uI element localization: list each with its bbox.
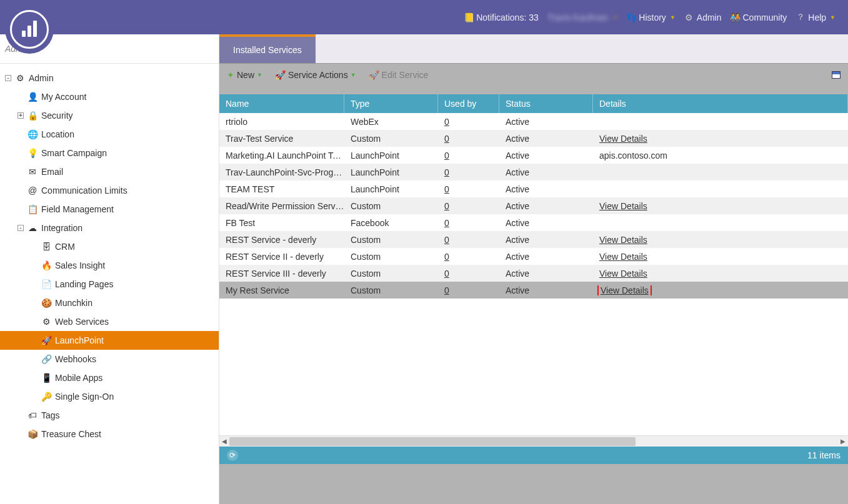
scroll-left-arrow[interactable]: ◀	[219, 437, 229, 447]
sidebar-item-label: Munchkin	[55, 298, 92, 308]
sidebar-item-launchpoint[interactable]: 🚀LaunchPoint	[0, 331, 219, 350]
tab-installed-services[interactable]: Installed Services	[219, 34, 316, 63]
cell-used-by-link[interactable]: 0	[444, 201, 449, 211]
table-row[interactable]: Trav-LaunchPoint-Svc-Prog-I...LaunchPoin…	[219, 164, 848, 180]
collapse-icon[interactable]: -	[5, 75, 11, 81]
cell-used-by-link[interactable]: 0	[444, 117, 449, 127]
refresh-button[interactable]: ⟳	[227, 450, 238, 461]
table-row[interactable]: TEAM TESTLaunchPoint0Active	[219, 180, 848, 197]
chevron-down-icon: ▼	[612, 14, 617, 21]
history-menu[interactable]: 👣 History ▼	[626, 12, 675, 22]
sidebar-item-email[interactable]: ✉Email	[0, 162, 219, 181]
sidebar-item-label: Webhooks	[55, 354, 96, 364]
cell-used-by-link[interactable]: 0	[444, 252, 449, 262]
maximize-button[interactable]	[832, 71, 841, 79]
cell-details-link[interactable]: View Details	[599, 201, 647, 211]
cell-details-link[interactable]: View Details	[599, 269, 647, 279]
cell-used-by-link[interactable]: 0	[444, 235, 449, 245]
spacer-icon	[17, 131, 24, 137]
col-header-details[interactable]: Details	[593, 94, 848, 113]
history-label: History	[639, 12, 666, 22]
sidebar-item-single-sign-on[interactable]: 🔑Single Sign-On	[0, 387, 219, 406]
table-row[interactable]: REST Service II - deverlyCustom0ActiveVi…	[219, 248, 848, 265]
tab-label: Installed Services	[233, 45, 302, 55]
cell-details-link[interactable]: View Details	[599, 235, 647, 245]
service-actions-button[interactable]: 🚀 Service Actions ▼	[275, 70, 356, 80]
sidebar-item-munchkin[interactable]: 🍪Munchkin	[0, 294, 219, 312]
cell-type: WebEx	[344, 117, 438, 127]
table-row[interactable]: REST Service III - deverlyCustom0ActiveV…	[219, 265, 848, 282]
notifications-menu[interactable]: 📒 Notifications: 33	[464, 12, 539, 22]
table-row[interactable]: REST Service - deverlyCustom0ActiveView …	[219, 231, 848, 248]
cell-name: TEAM TEST	[219, 184, 344, 194]
cell-name: REST Service III - deverly	[219, 269, 344, 279]
col-header-status[interactable]: Status	[499, 94, 593, 113]
sidebar-item-web-services[interactable]: ⚙Web Services	[0, 312, 219, 331]
sidebar-item-field-management[interactable]: 📋Field Management	[0, 200, 219, 219]
col-header-used-by[interactable]: Used by	[438, 94, 499, 113]
user-menu[interactable]: Travis Kaufman ▼	[547, 12, 617, 22]
sidebar-item-security[interactable]: +🔒Security	[0, 106, 219, 125]
cell-used-by: 0	[438, 117, 499, 127]
scroll-thumb[interactable]	[229, 437, 636, 446]
sidebar-item-location[interactable]: 🌐Location	[0, 125, 219, 144]
sidebar-item-label: Communication Limits	[41, 185, 127, 195]
cell-used-by-link[interactable]: 0	[444, 269, 449, 279]
admin-menu[interactable]: ⚙ Admin	[684, 12, 722, 22]
spacer-icon	[17, 206, 24, 212]
sidebar-item-tags[interactable]: 🏷Tags	[0, 406, 219, 425]
cell-name: FB Test	[219, 218, 344, 228]
spacer-icon	[17, 187, 24, 194]
sidebar-item-treasure-chest[interactable]: 📦Treasure Chest	[0, 425, 219, 443]
chevron-down-icon: ▼	[830, 14, 836, 21]
sidebar-item-crm[interactable]: 🗄CRM	[0, 237, 219, 256]
community-menu[interactable]: 🧑‍🤝‍🧑 Community	[730, 12, 787, 22]
cell-details-link[interactable]: View Details	[599, 285, 650, 295]
sidebar-item-mobile-apps[interactable]: 📱Mobile Apps	[0, 368, 219, 387]
table-row[interactable]: Marketing.AI LaunchPoint Te...LaunchPoin…	[219, 147, 848, 164]
expand-icon[interactable]: +	[17, 112, 24, 119]
cell-details: View Details	[593, 252, 848, 262]
spacer-icon	[31, 356, 37, 362]
help-menu[interactable]: ？ Help ▼	[796, 12, 836, 22]
spacer-icon	[31, 337, 37, 343]
app-logo[interactable]	[5, 5, 54, 54]
table-row[interactable]: FB TestFacebook0Active	[219, 214, 848, 231]
cell-used-by-link[interactable]: 0	[444, 151, 449, 161]
sidebar-item-label: Smart Campaign	[41, 148, 107, 158]
cell-used-by-link[interactable]: 0	[444, 134, 449, 144]
cell-status: Active	[499, 285, 593, 295]
table-row[interactable]: rtrioloWebEx0Active	[219, 113, 848, 130]
cell-used-by-link[interactable]: 0	[444, 184, 449, 194]
new-button[interactable]: ✦ New ▼	[227, 70, 262, 80]
cell-details-link[interactable]: View Details	[599, 252, 647, 262]
table-row[interactable]: Trav-Test ServiceCustom0ActiveView Detai…	[219, 130, 848, 147]
col-header-name[interactable]: Name	[219, 94, 344, 113]
col-header-type[interactable]: Type	[344, 94, 438, 113]
sidebar-item-smart-campaign[interactable]: 💡Smart Campaign	[0, 144, 219, 162]
cell-used-by-link[interactable]: 0	[444, 285, 449, 295]
sidebar-item-integration[interactable]: -☁Integration	[0, 219, 219, 237]
location-icon: 🌐	[27, 129, 37, 139]
sidebar-item-communication-limits[interactable]: @Communication Limits	[0, 181, 219, 200]
table-row[interactable]: My Rest ServiceCustom0ActiveView Details	[219, 282, 848, 299]
sidebar-item-admin-root[interactable]: -⚙Admin	[0, 69, 219, 87]
scroll-right-arrow[interactable]: ▶	[838, 437, 848, 447]
cell-type: LaunchPoint	[344, 151, 438, 161]
collapse-icon[interactable]: -	[17, 225, 24, 231]
munchkin-icon: 🍪	[41, 298, 51, 308]
my-account-icon: 👤	[27, 92, 37, 102]
sidebar-item-webhooks[interactable]: 🔗Webhooks	[0, 350, 219, 368]
table-row[interactable]: Read/Write Permission Servi...Custom0Act…	[219, 197, 848, 214]
sidebar-item-landing-pages[interactable]: 📄Landing Pages	[0, 275, 219, 294]
sidebar-item-sales-insight[interactable]: 🔥Sales Insight	[0, 256, 219, 275]
cell-used-by-link[interactable]: 0	[444, 167, 449, 177]
cell-used-by-link[interactable]: 0	[444, 218, 449, 228]
sidebar-item-label: Security	[41, 111, 73, 121]
cell-details: View Details	[593, 235, 848, 245]
sidebar-item-my-account[interactable]: 👤My Account	[0, 87, 219, 106]
spacer-icon	[31, 281, 37, 287]
horizontal-scrollbar[interactable]: ◀ ▶	[219, 435, 848, 447]
help-icon: ？	[796, 12, 806, 22]
cell-details-link[interactable]: View Details	[599, 134, 647, 144]
